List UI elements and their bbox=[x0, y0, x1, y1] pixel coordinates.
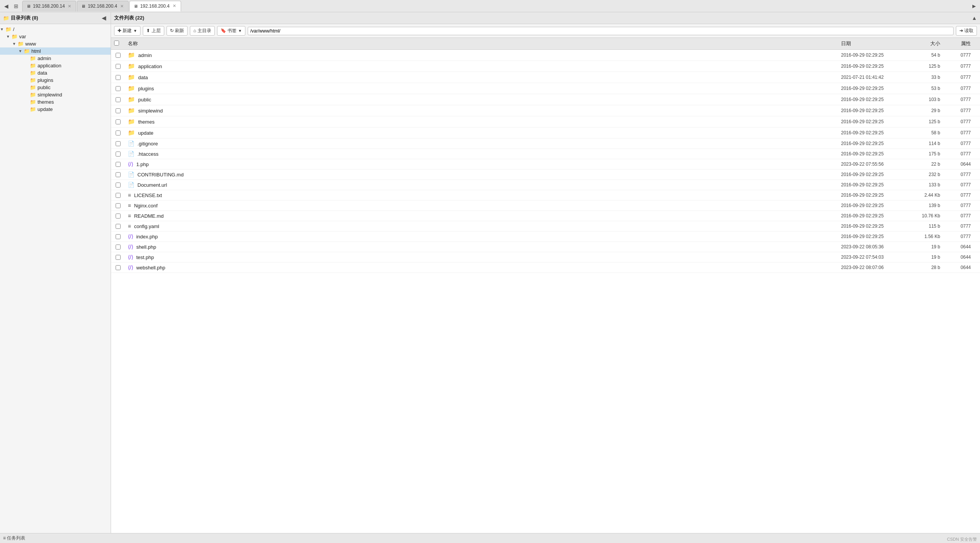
refresh-btn[interactable]: ↻ 刷新 bbox=[167, 26, 188, 36]
row-checkbox[interactable] bbox=[116, 141, 121, 146]
table-row[interactable]: ⟨/⟩ shell.php 2023-09-22 08:05:36 19 b 0… bbox=[111, 242, 980, 252]
bookmark-btn[interactable]: 🔖 书签 ▼ bbox=[217, 26, 245, 36]
table-row[interactable]: ≡ Nginx.conf 2016-09-29 02:29:25 139 b 0… bbox=[111, 201, 980, 211]
table-row[interactable]: ≡ README.md 2016-09-29 02:29:25 10.76 Kb… bbox=[111, 211, 980, 221]
sidebar-item-simplewind[interactable]: 📁simplewind bbox=[0, 91, 111, 98]
sidebar-item-var[interactable]: ▼📁var bbox=[0, 33, 111, 40]
file-name[interactable]: admin bbox=[138, 52, 152, 58]
row-checkbox[interactable] bbox=[116, 162, 121, 167]
file-name[interactable]: CONTRIBUTING.md bbox=[137, 172, 184, 178]
table-row[interactable]: 📁 admin 2016-09-29 02:29:25 54 b 0777 bbox=[111, 50, 980, 61]
sidebar-item-application[interactable]: 📁application bbox=[0, 62, 111, 69]
table-row[interactable]: 📄 .gitignore 2016-09-29 02:29:25 114 b 0… bbox=[111, 139, 980, 149]
sidebar-item-data[interactable]: 📁data bbox=[0, 69, 111, 77]
table-row[interactable]: 📁 update 2016-09-29 02:29:25 58 b 0777 bbox=[111, 127, 980, 139]
table-row[interactable]: ⟨/⟩ webshell.php 2023-09-22 08:07:06 28 … bbox=[111, 263, 980, 273]
row-checkbox[interactable] bbox=[116, 214, 121, 219]
row-checkbox[interactable] bbox=[116, 203, 121, 208]
file-name[interactable]: Nginx.conf bbox=[134, 203, 157, 209]
go-btn[interactable]: ➜ 读取 bbox=[956, 26, 977, 36]
row-checkbox[interactable] bbox=[116, 119, 121, 124]
row-checkbox[interactable] bbox=[116, 53, 121, 58]
row-checkbox[interactable] bbox=[116, 86, 121, 91]
table-row[interactable]: 📄 Document.url 2016-09-29 02:29:25 133 b… bbox=[111, 180, 980, 190]
path-input[interactable] bbox=[248, 27, 954, 35]
tab-tab1[interactable]: 🖥192.168.200.14✕ bbox=[22, 1, 76, 11]
table-row[interactable]: 📄 .htaccess 2016-09-29 02:29:25 175 b 07… bbox=[111, 149, 980, 159]
file-name[interactable]: public bbox=[138, 97, 151, 103]
row-checkbox[interactable] bbox=[116, 75, 121, 80]
tab-bar-back-btn[interactable]: ◀ bbox=[2, 2, 11, 11]
file-name[interactable]: index.php bbox=[136, 234, 158, 240]
file-name[interactable]: shell.php bbox=[136, 244, 156, 250]
table-row[interactable]: ⟨/⟩ test.php 2023-09-22 07:54:03 19 b 06… bbox=[111, 252, 980, 263]
file-name[interactable]: LICENSE.txt bbox=[134, 192, 162, 198]
up-btn[interactable]: ⬆ 上层 bbox=[143, 26, 164, 36]
table-row[interactable]: 📁 simplewind 2016-09-29 02:29:25 29 b 07… bbox=[111, 105, 980, 116]
tab-tab3[interactable]: 🖥192.168.200.4✕ bbox=[129, 1, 181, 11]
col-header-name[interactable]: 名称 bbox=[125, 38, 838, 49]
file-name[interactable]: plugins bbox=[138, 86, 154, 91]
table-row[interactable]: 📁 data 2021-07-21 01:41:42 33 b 0777 bbox=[111, 72, 980, 83]
row-checkbox[interactable] bbox=[116, 255, 121, 260]
table-row[interactable]: 📁 application 2016-09-29 02:29:25 125 b … bbox=[111, 61, 980, 72]
table-row[interactable]: ≡ config.yaml 2016-09-29 02:29:25 115 b … bbox=[111, 221, 980, 232]
sidebar-item-plugins[interactable]: 📁plugins bbox=[0, 77, 111, 84]
task-list-label[interactable]: ≡ 任务列表 bbox=[3, 535, 25, 541]
new-btn[interactable]: ✚ 新建 ▼ bbox=[114, 26, 140, 36]
tab-label: 192.168.200.14 bbox=[33, 3, 65, 9]
tab-close-btn[interactable]: ✕ bbox=[67, 4, 72, 9]
file-name[interactable]: simplewind bbox=[138, 108, 163, 114]
file-name[interactable]: .gitignore bbox=[137, 141, 158, 147]
table-row[interactable]: 📁 themes 2016-09-29 02:29:25 125 b 0777 bbox=[111, 116, 980, 127]
sidebar-item-html[interactable]: ▼📁html bbox=[0, 47, 111, 55]
row-checkbox[interactable] bbox=[116, 97, 121, 102]
file-name[interactable]: Document.url bbox=[137, 182, 167, 188]
file-name[interactable]: config.yaml bbox=[134, 223, 159, 229]
file-name[interactable]: test.php bbox=[136, 254, 154, 260]
file-name[interactable]: 1.php bbox=[136, 161, 149, 167]
row-checkbox[interactable] bbox=[116, 183, 121, 188]
row-checkbox[interactable] bbox=[116, 193, 121, 198]
table-row[interactable]: 📁 plugins 2016-09-29 02:29:25 53 b 0777 bbox=[111, 83, 980, 94]
row-checkbox[interactable] bbox=[116, 172, 121, 177]
table-row[interactable]: ⟨/⟩ index.php 2016-09-29 02:29:25 1.56 K… bbox=[111, 232, 980, 242]
row-checkbox[interactable] bbox=[116, 234, 121, 239]
row-checkbox[interactable] bbox=[116, 224, 121, 229]
file-name[interactable]: README.md bbox=[134, 213, 163, 219]
col-header-date[interactable]: 日期 bbox=[838, 38, 905, 49]
sidebar-item-admin[interactable]: 📁admin bbox=[0, 55, 111, 62]
tab-close-btn[interactable]: ✕ bbox=[172, 3, 177, 8]
table-row[interactable]: 📄 CONTRIBUTING.md 2016-09-29 02:29:25 23… bbox=[111, 170, 980, 180]
table-row[interactable]: 📁 public 2016-09-29 02:29:25 103 b 0777 bbox=[111, 94, 980, 105]
sidebar-item-root[interactable]: ▼📁/ bbox=[0, 26, 111, 33]
row-checkbox[interactable] bbox=[116, 108, 121, 113]
file-name[interactable]: .htaccess bbox=[137, 151, 158, 157]
file-name[interactable]: webshell.php bbox=[136, 265, 165, 271]
sidebar-item-www[interactable]: ▼📁www bbox=[0, 40, 111, 47]
tab-bar-menu-btn[interactable]: ⊞ bbox=[11, 2, 21, 11]
col-header-size[interactable]: 大小 bbox=[905, 38, 943, 49]
file-name[interactable]: themes bbox=[138, 119, 155, 125]
tab-close-btn[interactable]: ✕ bbox=[119, 4, 124, 9]
file-name[interactable]: update bbox=[138, 130, 154, 136]
sidebar-item-themes[interactable]: 📁themes bbox=[0, 98, 111, 106]
sidebar-item-public[interactable]: 📁public bbox=[0, 84, 111, 91]
sidebar-item-update[interactable]: 📁update bbox=[0, 106, 111, 113]
select-all-checkbox[interactable] bbox=[114, 41, 119, 46]
row-checkbox[interactable] bbox=[116, 64, 121, 69]
tab-tab2[interactable]: 🖥192.168.200.4✕ bbox=[77, 1, 129, 11]
row-checkbox[interactable] bbox=[116, 152, 121, 157]
home-btn[interactable]: ⌂ 主目录 bbox=[190, 26, 215, 36]
tab-scroll-right-btn[interactable]: ▶ bbox=[969, 2, 978, 11]
row-checkbox[interactable] bbox=[116, 265, 121, 270]
sidebar-collapse-btn[interactable]: ◀ bbox=[100, 15, 108, 21]
table-row[interactable]: ≡ LICENSE.txt 2016-09-29 02:29:25 2.44 K… bbox=[111, 190, 980, 201]
row-checkbox[interactable] bbox=[116, 245, 121, 249]
file-panel-collapse-btn[interactable]: ▲ bbox=[972, 15, 977, 21]
file-name[interactable]: data bbox=[138, 75, 148, 80]
row-checkbox[interactable] bbox=[116, 130, 121, 135]
col-header-attr[interactable]: 属性 bbox=[943, 38, 974, 49]
table-row[interactable]: ⟨/⟩ 1.php 2023-09-22 07:55:56 22 b 0644 bbox=[111, 159, 980, 170]
file-name[interactable]: application bbox=[138, 64, 162, 69]
